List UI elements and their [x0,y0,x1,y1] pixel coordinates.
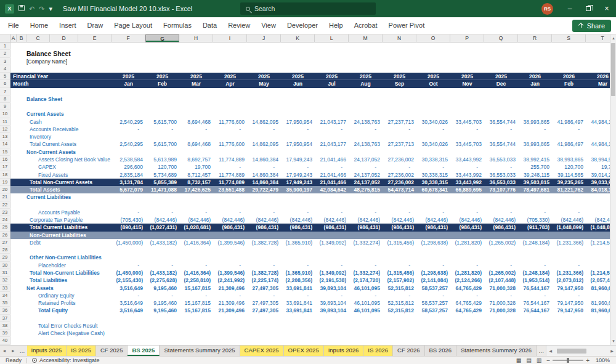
cell[interactable] [416,88,450,95]
cell[interactable]: (1,265,002) [484,269,518,277]
cell[interactable]: - [213,292,247,299]
cell[interactable] [281,133,315,140]
cell[interactable] [586,254,610,261]
cell[interactable]: 30,340,026 [416,140,450,148]
cell[interactable]: - [247,163,281,171]
cell[interactable] [111,103,145,110]
cell[interactable] [111,50,145,57]
cell[interactable]: - [450,292,484,299]
cell[interactable] [416,201,450,209]
cell[interactable] [179,232,213,239]
cell[interactable]: 27,236,002 [383,156,416,163]
cell[interactable] [281,110,315,118]
cell[interactable] [179,58,213,65]
cell[interactable]: (842,446) [383,216,416,224]
cell[interactable] [247,330,281,337]
cell[interactable] [484,254,518,261]
cell[interactable] [586,133,610,140]
cell[interactable] [179,148,213,156]
cell[interactable] [484,330,518,337]
cell[interactable]: (1,382,728) [247,239,281,246]
cell[interactable] [213,232,247,239]
cell[interactable]: 21,043,177 [315,140,349,148]
column-header-d[interactable]: D [50,34,78,42]
cell[interactable]: 46,101,095 [349,285,383,292]
cell[interactable]: 76,544,167 [518,285,552,292]
cell[interactable] [450,58,484,65]
cell[interactable]: (842,446) [586,216,610,224]
cell[interactable] [281,193,315,201]
cell[interactable] [450,193,484,201]
cell[interactable] [586,201,610,209]
cell[interactable] [383,193,416,201]
row-header-7[interactable]: 7 [0,88,10,95]
ribbon-tab-help[interactable]: Help [323,17,349,34]
cell[interactable] [586,103,610,110]
minimize-button[interactable]: – [561,0,579,17]
cell[interactable] [145,315,179,322]
cell[interactable]: 2025 [145,73,179,80]
cell[interactable] [552,50,586,57]
zoom-in-button[interactable]: + [586,357,590,364]
cell[interactable]: Feb [552,80,586,87]
cell[interactable]: 2025 [315,73,349,80]
cell[interactable] [484,193,518,201]
cell[interactable] [518,133,552,140]
cell[interactable]: 9,195,460 [145,299,179,307]
cell[interactable]: 33,691,841 [281,285,315,292]
cell[interactable] [416,110,450,118]
cell[interactable] [111,95,145,103]
cell[interactable]: 5,734,689 [145,171,179,179]
avatar[interactable]: RS [541,3,553,15]
row-label[interactable]: Accounts Receivable [10,126,111,133]
row-label[interactable]: CAPEX [10,163,111,171]
next-sheet-icon[interactable]: ▸ [9,346,17,356]
cell[interactable] [247,201,281,209]
cell[interactable] [247,254,281,261]
cell[interactable] [179,65,213,73]
cell[interactable]: 64,765,429 [450,299,484,307]
row-label[interactable] [10,88,111,95]
cell[interactable]: 36,553,033 [484,179,518,186]
cell[interactable] [281,65,315,73]
cell[interactable]: - [145,262,179,269]
cell[interactable] [281,50,315,57]
column-header-r[interactable]: R [518,34,552,42]
cell[interactable] [586,322,610,330]
row-label[interactable]: Current Liabilities [10,193,111,201]
row-label[interactable]: Corporate Tax Payable [10,216,111,224]
cell[interactable]: - [416,262,450,269]
cell[interactable] [450,148,484,156]
cell[interactable]: 23,551,488 [213,186,247,193]
ribbon-tab-file[interactable]: File [2,17,25,34]
cell[interactable] [315,232,349,239]
cell[interactable]: - [281,262,315,269]
cell[interactable] [213,315,247,322]
row-label[interactable]: Month [10,80,111,87]
cell[interactable] [145,95,179,103]
cell[interactable]: 38,993,865 [518,118,552,126]
cell[interactable]: - [484,209,518,216]
cell[interactable] [179,103,213,110]
cell[interactable]: 41,986,497 [552,140,586,148]
cell[interactable]: Jul [315,80,349,87]
cell[interactable]: Mar [586,80,610,87]
cell[interactable]: 27,236,002 [383,171,416,179]
cell[interactable] [383,322,416,330]
cell[interactable] [349,42,383,50]
sheet-tab-cf-2025[interactable]: CF 2025 [96,346,128,356]
cell[interactable]: (2,225,174) [247,277,281,284]
row-label[interactable]: Assets Closing Net Book Value [10,156,111,163]
cell[interactable] [518,58,552,65]
row-label[interactable] [10,65,111,73]
cell[interactable] [145,110,179,118]
cell[interactable]: Feb [145,80,179,87]
cell[interactable]: - [179,262,213,269]
column-header-p[interactable]: P [450,34,484,42]
cell[interactable] [416,246,450,254]
cell[interactable]: 8,732,157 [179,179,213,186]
cell[interactable] [145,42,179,50]
cell[interactable] [416,65,450,73]
cell[interactable] [383,50,416,57]
cell[interactable]: (1,048,899) [552,224,586,231]
